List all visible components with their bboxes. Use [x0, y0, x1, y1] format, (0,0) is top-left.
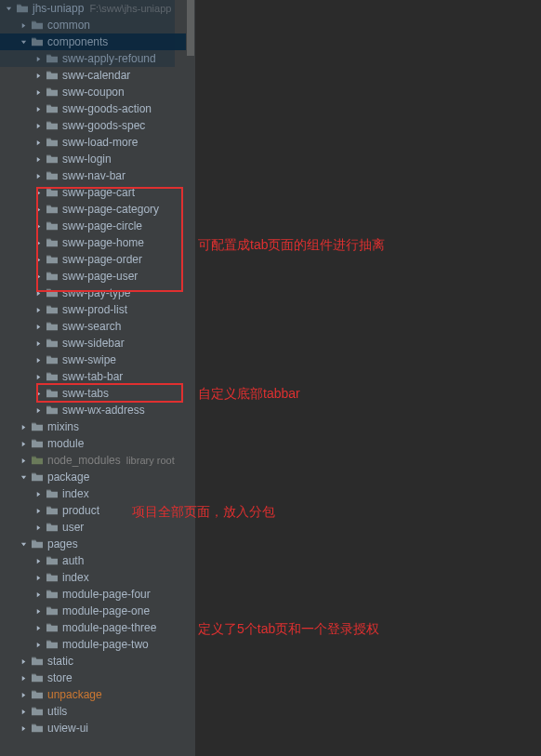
expand-arrow-icon[interactable] — [19, 472, 28, 482]
tree-item-static[interactable]: static — [0, 653, 195, 670]
expand-arrow-icon[interactable] — [33, 171, 43, 180]
tree-item-auth[interactable]: auth — [0, 552, 195, 569]
tree-item-sww-page-circle[interactable]: sww-page-circle — [0, 218, 195, 234]
expand-arrow-icon[interactable] — [33, 372, 43, 381]
expand-arrow-icon[interactable] — [19, 20, 28, 30]
expand-arrow-icon[interactable] — [19, 707, 28, 716]
tree-item-sww-swipe[interactable]: sww-swipe — [0, 351, 195, 368]
tree-item-sww-sidebar[interactable]: sww-sidebar — [0, 335, 195, 351]
tree-item-label: sww-pay-type — [62, 286, 130, 299]
tree-item-module-page-three[interactable]: module-page-three — [0, 619, 195, 636]
tree-item-utils[interactable]: utils — [0, 703, 195, 720]
expand-arrow-icon[interactable] — [19, 723, 28, 733]
tree-item-sww-prod-list[interactable]: sww-prod-list — [0, 301, 195, 318]
tree-item-sww-tabs[interactable]: sww-tabs — [0, 385, 195, 402]
expand-arrow-icon[interactable] — [33, 288, 43, 298]
tree-item-module-page-four[interactable]: module-page-four — [0, 586, 195, 603]
tree-item-package[interactable]: package — [0, 469, 195, 485]
tree-item-user[interactable]: user — [0, 519, 195, 536]
folder-icon — [30, 722, 45, 735]
expand-arrow-icon[interactable] — [33, 523, 43, 532]
tree-item-sww-goods-action[interactable]: sww-goods-action — [0, 100, 195, 117]
expand-arrow-icon[interactable] — [33, 221, 43, 231]
scrollbar-track[interactable] — [186, 0, 195, 756]
expand-arrow-icon[interactable] — [33, 322, 43, 331]
tree-item-jhs-uniapp[interactable]: jhs-uniappF:\sww\jhs-uniapp — [0, 0, 195, 17]
expand-arrow-icon[interactable] — [33, 154, 43, 164]
expand-arrow-icon[interactable] — [33, 623, 43, 632]
folder-icon — [15, 2, 30, 15]
tree-item-sww-page-home[interactable]: sww-page-home — [0, 234, 195, 251]
tree-item-store[interactable]: store — [0, 670, 195, 686]
expand-arrow-icon[interactable] — [33, 305, 43, 314]
expand-arrow-icon[interactable] — [33, 205, 43, 214]
expand-arrow-icon[interactable] — [19, 37, 28, 46]
expand-arrow-icon[interactable] — [33, 506, 43, 515]
expand-arrow-icon[interactable] — [33, 640, 43, 649]
expand-arrow-icon[interactable] — [33, 238, 43, 247]
expand-arrow-icon[interactable] — [19, 539, 28, 549]
scrollbar-thumb[interactable] — [187, 0, 194, 56]
tree-item-label: components — [47, 35, 108, 48]
expand-arrow-icon[interactable] — [33, 355, 43, 365]
expand-arrow-icon[interactable] — [33, 573, 43, 582]
tree-item-label: sww-coupon — [62, 86, 125, 99]
tree-item-label: sww-goods-spec — [62, 119, 145, 132]
expand-arrow-icon[interactable] — [33, 54, 43, 63]
tree-item-sww-goods-spec[interactable]: sww-goods-spec — [0, 117, 195, 134]
tree-item-sww-pay-type[interactable]: sww-pay-type — [0, 285, 195, 301]
expand-arrow-icon[interactable] — [33, 121, 43, 130]
expand-arrow-icon[interactable] — [19, 673, 28, 683]
expand-arrow-icon[interactable] — [33, 590, 43, 599]
tree-item-module-page-one[interactable]: module-page-one — [0, 603, 195, 619]
tree-item-index[interactable]: index — [0, 485, 195, 502]
expand-arrow-icon[interactable] — [33, 389, 43, 398]
tree-item-common[interactable]: common — [0, 17, 195, 33]
expand-arrow-icon[interactable] — [33, 71, 43, 80]
tree-item-pages[interactable]: pages — [0, 536, 195, 552]
tree-item-sww-tab-bar[interactable]: sww-tab-bar — [0, 368, 195, 385]
expand-arrow-icon[interactable] — [33, 188, 43, 197]
tree-item-sww-calendar[interactable]: sww-calendar — [0, 67, 195, 84]
tree-item-product[interactable]: product — [0, 502, 195, 519]
tree-item-components[interactable]: components — [0, 33, 195, 50]
tree-item-unpackage[interactable]: unpackage — [0, 686, 195, 703]
tree-item-sww-page-order[interactable]: sww-page-order — [0, 251, 195, 268]
expand-arrow-icon[interactable] — [19, 657, 28, 666]
expand-arrow-icon[interactable] — [33, 272, 43, 281]
expand-arrow-icon[interactable] — [33, 338, 43, 348]
expand-arrow-icon[interactable] — [33, 606, 43, 616]
tree-item-label: sww-prod-list — [62, 303, 127, 316]
expand-arrow-icon[interactable] — [33, 405, 43, 415]
tree-item-node_modules[interactable]: node_moduleslibrary root — [0, 452, 195, 469]
tree-item-sww-search[interactable]: sww-search — [0, 318, 195, 335]
expand-arrow-icon[interactable] — [4, 4, 13, 13]
tree-item-module-page-two[interactable]: module-page-two — [0, 636, 195, 653]
tree-item-sww-apply-refound[interactable]: sww-apply-refound — [0, 50, 195, 67]
tree-item-sww-coupon[interactable]: sww-coupon — [0, 84, 195, 100]
tree-item-sww-page-cart[interactable]: sww-page-cart — [0, 184, 195, 201]
tree-item-sww-load-more[interactable]: sww-load-more — [0, 134, 195, 151]
tree-item-sww-login[interactable]: sww-login — [0, 151, 195, 167]
tree-item-module[interactable]: module — [0, 435, 195, 452]
tree-item-sww-page-category[interactable]: sww-page-category — [0, 201, 195, 218]
tree-item-sww-page-user[interactable]: sww-page-user — [0, 268, 195, 285]
expand-arrow-icon[interactable] — [19, 456, 28, 465]
tree-item-uview-ui[interactable]: uview-ui — [0, 720, 195, 736]
expand-arrow-icon[interactable] — [19, 690, 28, 699]
project-tree[interactable]: jhs-uniappF:\sww\jhs-uniappcommoncompone… — [0, 0, 195, 756]
expand-arrow-icon[interactable] — [33, 255, 43, 264]
expand-arrow-icon[interactable] — [33, 556, 43, 565]
folder-icon — [45, 86, 59, 99]
tree-item-index[interactable]: index — [0, 569, 195, 586]
expand-arrow-icon[interactable] — [33, 104, 43, 113]
expand-arrow-icon[interactable] — [33, 489, 43, 498]
expand-arrow-icon[interactable] — [19, 422, 28, 431]
tree-item-sww-wx-address[interactable]: sww-wx-address — [0, 402, 195, 418]
tree-item-mixins[interactable]: mixins — [0, 418, 195, 435]
expand-arrow-icon[interactable] — [33, 87, 43, 97]
expand-arrow-icon[interactable] — [33, 138, 43, 147]
expand-arrow-icon[interactable] — [19, 439, 28, 448]
tree-item-suffix: library root — [126, 455, 175, 466]
tree-item-sww-nav-bar[interactable]: sww-nav-bar — [0, 167, 195, 184]
